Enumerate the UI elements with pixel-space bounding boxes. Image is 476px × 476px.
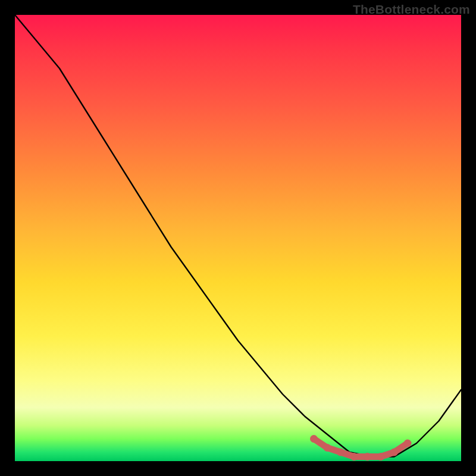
highlight-dot — [324, 444, 331, 452]
watermark-text: TheBottleneck.com — [353, 2, 470, 17]
chart-svg — [15, 15, 461, 461]
highlight-dot — [377, 453, 385, 461]
highlight-dot — [310, 435, 318, 443]
chart-plot-area — [15, 15, 461, 461]
highlight-dot — [390, 449, 398, 456]
bottleneck-curve — [15, 15, 461, 457]
highlight-dot — [364, 453, 371, 461]
chart-frame: TheBottleneck.com — [0, 0, 476, 476]
highlight-dot — [337, 449, 345, 456]
highlight-dot — [404, 440, 412, 447]
highlight-dot — [350, 453, 358, 461]
